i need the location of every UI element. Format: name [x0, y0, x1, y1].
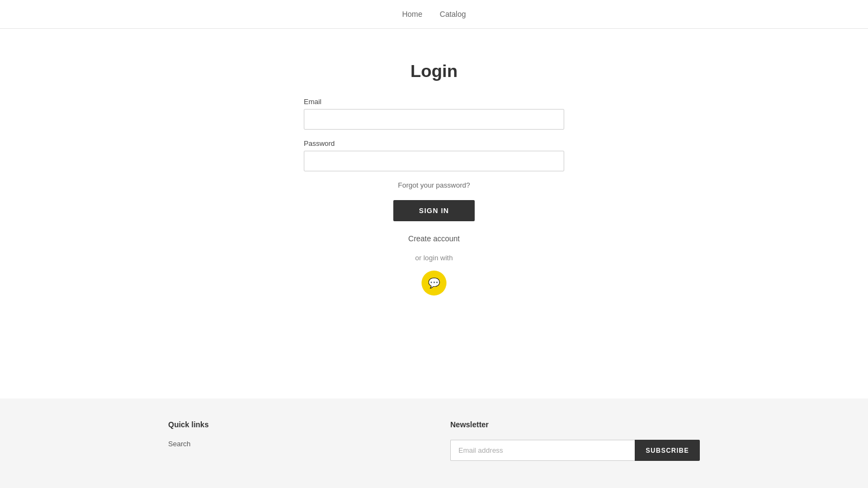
- quick-links-section: Quick links Search: [168, 420, 209, 448]
- footer: Quick links Search Newsletter SUBSCRIBE: [0, 399, 868, 488]
- email-label: Email: [304, 98, 564, 106]
- main-nav: Home Catalog: [402, 10, 466, 18]
- newsletter-title: Newsletter: [450, 420, 700, 429]
- newsletter-email-input[interactable]: [450, 440, 635, 461]
- social-login-button[interactable]: 💬: [422, 271, 446, 296]
- chat-icon: 💬: [428, 277, 440, 289]
- header: Home Catalog: [0, 0, 868, 29]
- main-content: Login Email Password Forgot your passwor…: [0, 29, 868, 399]
- newsletter-form: SUBSCRIBE: [450, 440, 700, 461]
- or-login-with-text: or login with: [415, 254, 452, 262]
- page-title: Login: [410, 61, 457, 81]
- forgot-password-link[interactable]: Forgot your password?: [398, 181, 470, 189]
- password-input[interactable]: [304, 151, 564, 171]
- password-label: Password: [304, 139, 564, 147]
- create-account-link[interactable]: Create account: [409, 234, 460, 243]
- footer-inner: Quick links Search Newsletter SUBSCRIBE: [146, 420, 722, 461]
- nav-catalog[interactable]: Catalog: [440, 10, 466, 18]
- sign-in-button[interactable]: SIGN IN: [393, 200, 475, 221]
- quick-links-title: Quick links: [168, 420, 209, 429]
- email-input[interactable]: [304, 109, 564, 130]
- subscribe-button[interactable]: SUBSCRIBE: [635, 440, 700, 461]
- email-group: Email: [304, 98, 564, 130]
- password-group: Password: [304, 139, 564, 171]
- newsletter-section: Newsletter SUBSCRIBE: [450, 420, 700, 461]
- login-form: Email Password Forgot your password? SIG…: [304, 98, 564, 296]
- nav-home[interactable]: Home: [402, 10, 422, 18]
- footer-search-link[interactable]: Search: [168, 440, 209, 448]
